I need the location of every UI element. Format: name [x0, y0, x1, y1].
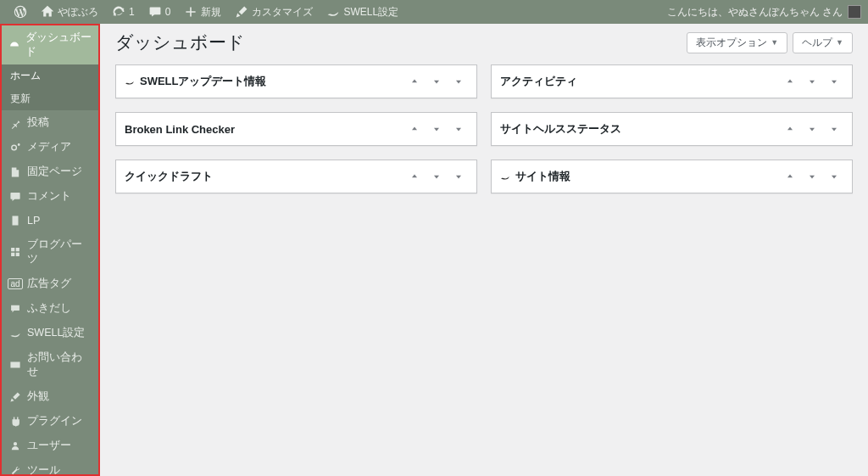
site-name: やぽぶろ: [58, 5, 98, 20]
comment-icon: [8, 190, 22, 204]
postbox: クイックドラフト: [115, 160, 477, 193]
postbox-title: Broken Link Checker: [125, 123, 235, 136]
move-up-button[interactable]: [781, 120, 799, 138]
admin-bar: やぽぶろ 1 0 新規 カスタマイズ SWELL設定 こんにちは、やぬさんぽんち…: [0, 0, 868, 24]
toggle-button[interactable]: [449, 120, 468, 138]
sidebar-label: 広告タグ: [27, 277, 71, 291]
site-link[interactable]: やぽぶろ: [34, 0, 105, 24]
sidebar-label: 外観: [27, 389, 49, 404]
sidebar-label: ふきだし: [27, 301, 71, 316]
sidebar-label: SWELL設定: [27, 326, 85, 340]
updates-link[interactable]: 1: [105, 0, 142, 24]
postbox: アクティビティ: [491, 64, 853, 98]
user-icon: [8, 440, 22, 453]
comment-count: 0: [165, 6, 171, 18]
move-down-button[interactable]: [427, 167, 446, 186]
sidebar-item-dashboard[interactable]: ダッシュボード: [2, 25, 98, 64]
new-label: 新規: [201, 5, 221, 20]
toggle-button[interactable]: [825, 120, 843, 138]
new-content-link[interactable]: 新規: [177, 0, 228, 24]
sidebar-label: ツール: [27, 463, 60, 476]
document-icon: [8, 214, 22, 227]
postbox: サイト情報: [491, 160, 853, 193]
swell-icon: [8, 327, 22, 340]
sidebar-item-comments[interactable]: コメント: [2, 184, 98, 209]
comment-icon: [148, 5, 162, 19]
move-down-button[interactable]: [427, 72, 446, 91]
sidebar-item-adtag[interactable]: ad広告タグ: [2, 272, 98, 296]
toggle-button[interactable]: [449, 72, 468, 91]
mail-icon: [8, 358, 22, 372]
sidebar-label: 更新: [10, 92, 31, 106]
sidebar-item-swell[interactable]: SWELL設定: [2, 321, 98, 345]
sidebar-label: ダッシュボード: [25, 31, 92, 59]
move-up-button[interactable]: [781, 72, 799, 91]
plug-icon: [8, 415, 22, 428]
move-up-button[interactable]: [781, 167, 799, 186]
move-down-button[interactable]: [427, 120, 446, 138]
sidebar-item-plugins[interactable]: プラグイン: [2, 409, 98, 434]
main-content: ダッシュボード 表示オプション▼ ヘルプ▼ SWELLアップデート情報Broke…: [100, 24, 868, 476]
move-down-button[interactable]: [803, 72, 821, 91]
sidebar-label: ユーザー: [27, 439, 71, 453]
admin-sidebar: ダッシュボード ホーム 更新 投稿 メディア 固定ページ コメント LP ブログ…: [0, 24, 100, 476]
toggle-button[interactable]: [825, 167, 843, 186]
move-up-button[interactable]: [405, 120, 424, 138]
sidebar-item-updates[interactable]: 更新: [2, 87, 98, 110]
toggle-button[interactable]: [449, 167, 468, 186]
sidebar-item-home[interactable]: ホーム: [2, 64, 98, 87]
avatar[interactable]: [848, 5, 861, 19]
move-down-button[interactable]: [803, 167, 821, 186]
dashboard-icon: [8, 38, 20, 52]
postbox: サイトヘルスステータス: [491, 112, 853, 146]
sidebar-item-contact[interactable]: お問い合わせ: [2, 345, 98, 384]
sidebar-label: お問い合わせ: [27, 350, 92, 379]
swell-icon: [500, 171, 510, 182]
swell-label: SWELL設定: [343, 5, 398, 20]
sidebar-item-pages[interactable]: 固定ページ: [2, 160, 98, 184]
move-up-button[interactable]: [405, 72, 424, 91]
screen-options-button[interactable]: 表示オプション▼: [687, 32, 787, 53]
screen-options-label: 表示オプション: [696, 36, 767, 50]
chevron-down-icon: ▼: [771, 38, 778, 47]
sidebar-item-users[interactable]: ユーザー: [2, 434, 98, 458]
update-icon: [112, 5, 125, 19]
media-icon: [8, 141, 22, 154]
update-count: 1: [129, 6, 135, 18]
postbox: SWELLアップデート情報: [115, 64, 477, 98]
sidebar-label: プラグイン: [27, 414, 82, 428]
chevron-down-icon: ▼: [836, 38, 843, 47]
swell-icon: [125, 76, 135, 87]
swell-icon: [326, 5, 340, 19]
sidebar-item-tools[interactable]: ツール: [2, 458, 98, 476]
toggle-button[interactable]: [825, 72, 843, 91]
customize-label: カスタマイズ: [252, 5, 313, 20]
sidebar-item-posts[interactable]: 投稿: [2, 110, 98, 135]
sidebar-item-appearance[interactable]: 外観: [2, 384, 98, 409]
move-up-button[interactable]: [405, 167, 424, 186]
move-down-button[interactable]: [803, 120, 821, 138]
customize-link[interactable]: カスタマイズ: [228, 0, 320, 24]
postbox-title: サイト情報: [500, 169, 570, 184]
help-button[interactable]: ヘルプ▼: [793, 32, 853, 53]
pin-icon: [8, 116, 22, 130]
sidebar-label: LP: [27, 215, 40, 227]
plus-icon: [184, 5, 198, 19]
sidebar-item-blogparts[interactable]: ブログパーツ: [2, 232, 98, 272]
sidebar-label: コメント: [27, 189, 71, 204]
comments-link[interactable]: 0: [142, 0, 178, 24]
wp-logo-button[interactable]: [7, 0, 34, 24]
layout-icon: [8, 245, 22, 259]
wrench-icon: [8, 464, 22, 477]
sidebar-label: ホーム: [10, 69, 41, 83]
sidebar-item-balloon[interactable]: ふきだし: [2, 296, 98, 321]
speech-icon: [8, 302, 22, 316]
greeting-text: こんにちは、やぬさんぽんちゃん さん: [667, 5, 843, 20]
sidebar-label: 投稿: [27, 115, 49, 130]
sidebar-item-lp[interactable]: LP: [2, 209, 98, 232]
postbox-title: SWELLアップデート情報: [125, 74, 267, 89]
brush-icon: [235, 5, 248, 19]
help-label: ヘルプ: [802, 36, 832, 50]
swell-settings-link[interactable]: SWELL設定: [320, 0, 405, 24]
sidebar-item-media[interactable]: メディア: [2, 135, 98, 160]
